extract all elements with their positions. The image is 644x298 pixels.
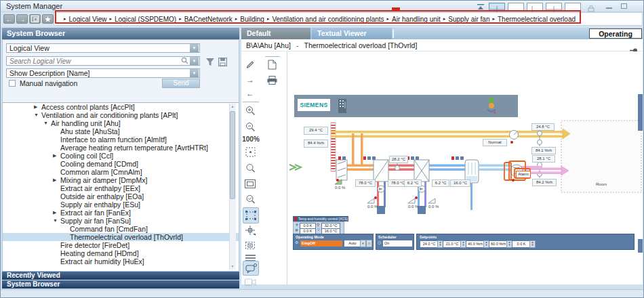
layout-button-1[interactable] [489, 3, 505, 11]
tree-item-label: Thermoelectrical overload [ThOvrld] [70, 233, 183, 241]
tree-item-label: Cooling coil [Ccl] [60, 152, 113, 160]
tree-scrollbar-thumb[interactable] [230, 111, 235, 199]
view-selector[interactable]: Logical View ▼ [6, 43, 200, 53]
breadcrumb-item[interactable]: Ventilation and air conditioning plants [272, 16, 384, 23]
tab-default[interactable]: Default [241, 28, 310, 39]
center-view-icon[interactable] [244, 239, 256, 251]
display-mode-selector[interactable]: Show Description [Name] ▼ [6, 68, 200, 78]
fit-view-icon[interactable] [244, 146, 256, 158]
forward-button[interactable]: → [16, 14, 28, 24]
tree-item[interactable]: Command fan [CmdFan] [3, 225, 239, 233]
setpoint-field[interactable]: 0.0 K [512, 240, 531, 248]
breadcrumb-item[interactable]: BACnetNetwork [184, 16, 233, 23]
edit-icon[interactable] [244, 58, 256, 70]
tree-item[interactable]: Common alarm [CmnAlm] [3, 168, 239, 176]
zoom-selection-icon[interactable] [244, 193, 256, 205]
tree-item[interactable]: Ahu state [AhuSta] [3, 127, 239, 135]
recently-viewed-bar[interactable]: Recently Viewed [2, 272, 239, 280]
operating-button[interactable]: Operating [589, 28, 642, 39]
print-icon[interactable] [266, 74, 278, 86]
setpoint-field[interactable]: 60.0 %rh [489, 240, 508, 248]
setpoint-field[interactable]: 21.0 °C [443, 240, 462, 248]
zoom-level[interactable]: 100% [239, 135, 262, 143]
setpoint-field[interactable]: 40.0 %rh [466, 240, 485, 248]
layout-button-2[interactable] [508, 3, 524, 11]
tree-item[interactable]: Extract air enthalpy [EEx] [3, 184, 239, 192]
status-strip [1, 289, 644, 298]
filter-icon[interactable] [205, 57, 215, 69]
back-button[interactable]: ← [3, 14, 15, 24]
spinner-icon[interactable]: ▲▼ [529, 240, 536, 248]
search-icon[interactable] [181, 55, 188, 67]
chevron-down-icon[interactable]: ▼ [190, 44, 199, 52]
tree-item[interactable]: ▼Ventilation and air conditioning plants… [3, 111, 239, 119]
operating-mode-value-field[interactable]: EmgOff [300, 240, 343, 247]
tree-item[interactable]: Heating demand [HDmd] [3, 249, 239, 257]
crosshair-icon[interactable] [244, 224, 256, 236]
tree-item[interactable]: ▼Supply air fan [FanSu] [3, 217, 239, 225]
history-icon[interactable] [29, 14, 41, 24]
breadcrumb-item[interactable]: Thermoelectrical overload [498, 16, 576, 23]
operating-mode-dropdown[interactable]: Auto [344, 240, 361, 247]
tree-item[interactable]: ▶Extract air fan [FanEx] [3, 209, 239, 217]
mode-icon: ⚙ [295, 240, 298, 244]
tree-item[interactable]: ▼Air handling unit [Ahu] [3, 119, 239, 127]
layout-button-5[interactable] [565, 3, 581, 11]
tree-expander-icon[interactable]: ▶ [53, 209, 60, 217]
tree-item[interactable]: Fire detector [FireDet] [3, 241, 239, 249]
camera-icon [244, 276, 256, 288]
breadcrumb-item[interactable]: Logical View [69, 16, 107, 23]
mode-apply-button[interactable]: ◳ [366, 240, 372, 247]
breadcrumb-item[interactable]: Logical (SSPDEMO) [115, 16, 176, 23]
search-input[interactable] [7, 57, 181, 66]
tree-item[interactable]: ▶Mixing air damper [DmpMx] [3, 176, 239, 184]
send-button[interactable]: Send [162, 79, 200, 88]
tree-expander-icon[interactable]: ▼ [34, 111, 41, 119]
layout-button-3[interactable] [527, 3, 543, 11]
scroll-down-icon[interactable]: ▼ [229, 263, 236, 270]
breadcrumb-separator: ▸ [387, 16, 390, 22]
fit-window-icon[interactable] [244, 177, 256, 190]
zoom-in-icon[interactable] [244, 104, 256, 116]
pan-region-icon[interactable] [243, 207, 259, 224]
tree-item[interactable]: Supply air enthalpy [ESu] [3, 200, 239, 209]
search-options-chevron-icon[interactable]: ▼ [190, 57, 199, 65]
tree-item[interactable]: Cooling demand [CDmd] [3, 160, 239, 168]
favorites-star-icon[interactable]: ★ [42, 14, 54, 24]
tree-item[interactable]: ▶Cooling coil [Ccl] [3, 152, 239, 160]
new-page-icon[interactable] [266, 58, 278, 70]
dropdown-chevron-icon[interactable]: ▼ [360, 240, 366, 247]
supply-room-temp-readout: 28.1 °C [532, 155, 555, 163]
tree-item[interactable]: Extract air humidity [HuEx] [3, 257, 239, 265]
breadcrumb-item[interactable]: Building [240, 16, 264, 23]
chevron-down-icon[interactable]: ▼ [190, 69, 199, 77]
tree-item[interactable]: ▶Access control plants [AccPlt] [3, 103, 239, 111]
scroll-up-icon[interactable]: ▲ [229, 104, 236, 110]
system-browser-bar[interactable]: System Browser [2, 280, 239, 289]
breadcrumb-item[interactable]: Supply air fan [448, 16, 489, 23]
magnifier-icon[interactable] [244, 162, 256, 174]
tree-expander-icon[interactable]: ▼ [43, 119, 51, 127]
forward-step-icon[interactable]: → [244, 74, 256, 86]
layout-button-4[interactable] [546, 3, 562, 11]
tree-expander-icon[interactable]: ▶ [34, 103, 41, 111]
tree-item[interactable]: Interface to alarm function [AlmItf] [3, 135, 239, 144]
maximize-button[interactable] [621, 3, 627, 9]
tab-textual-viewer[interactable]: Textual Viewer [312, 28, 392, 39]
tree-item[interactable]: Outside air enthalpy [EOa] [3, 192, 239, 200]
breadcrumb-item[interactable]: Air handling unit [392, 16, 441, 23]
comment-icon[interactable] [243, 261, 259, 276]
tree-item[interactable]: Average heating return temperature [Avrt… [3, 144, 239, 152]
tree-expander-icon[interactable]: ▶ [53, 152, 60, 160]
minimize-button[interactable] [606, 7, 612, 9]
scheduler-value-field[interactable]: On [382, 240, 413, 247]
back-step-icon[interactable]: ← [244, 87, 256, 100]
tree-item[interactable]: Thermoelectrical overload [ThOvrld] [3, 233, 239, 241]
manual-navigation-checkbox[interactable] [9, 80, 16, 87]
collapse-top-icon[interactable] [475, 3, 486, 11]
zoom-out-icon[interactable] [244, 121, 256, 133]
tree-expander-icon[interactable]: ▼ [53, 217, 60, 225]
save-search-icon[interactable] [218, 57, 227, 69]
tree-expander-icon[interactable]: ▶ [53, 176, 60, 184]
setpoint-field[interactable]: 24.0 °C [420, 240, 439, 248]
